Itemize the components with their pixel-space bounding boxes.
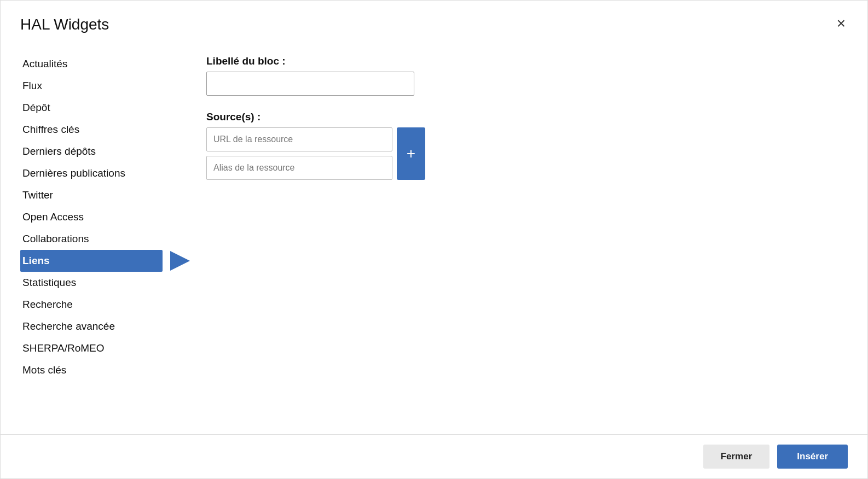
libelle-input[interactable] [206,72,414,96]
hal-widgets-dialog: HAL Widgets × ActualitésFluxDépôtChiffre… [0,0,868,479]
sidebar-item-recherche-avancee[interactable]: Recherche avancée [20,316,163,337]
close-icon[interactable]: × [835,16,848,31]
sidebar-item-dernieres-publications[interactable]: Dernières publications [20,162,163,184]
sidebar-item-flux[interactable]: Flux [20,75,163,97]
sidebar-item-sherpa-romeo[interactable]: SHERPA/RoMEO [20,337,163,359]
sidebar-item-depot[interactable]: Dépôt [20,97,163,119]
sidebar-item-mots-cles[interactable]: Mots clés [20,359,163,381]
sources-section: Source(s) : + [206,111,848,180]
sidebar: ActualitésFluxDépôtChiffres clésDerniers… [20,53,163,423]
fermer-button[interactable]: Fermer [703,445,770,469]
alias-input[interactable] [206,156,392,180]
dialog-header: HAL Widgets × [1,1,867,42]
url-input[interactable] [206,127,392,151]
add-source-button[interactable]: + [397,127,425,180]
sources-row: + [206,127,848,180]
sidebar-item-statistiques[interactable]: Statistiques [20,272,163,294]
sidebar-item-derniers-depots[interactable]: Derniers dépôts [20,141,163,162]
libelle-label: Libellé du bloc : [206,55,848,67]
inserer-button[interactable]: Insérer [777,445,848,469]
sidebar-item-actualites[interactable]: Actualités [20,53,163,75]
dialog-body: ActualitésFluxDépôtChiffres clésDerniers… [1,42,867,434]
sidebar-item-open-access[interactable]: Open Access [20,206,163,228]
sources-inputs [206,127,392,180]
sidebar-item-recherche[interactable]: Recherche [20,294,163,316]
form-area: Libellé du bloc : Source(s) : + [206,53,848,423]
sources-label: Source(s) : [206,111,848,123]
sidebar-item-liens[interactable]: Liens [20,250,163,272]
sidebar-item-twitter[interactable]: Twitter [20,184,163,206]
sidebar-item-collaborations[interactable]: Collaborations [20,228,163,250]
dialog-footer: Fermer Insérer [1,434,867,478]
sidebar-item-chiffres-cles[interactable]: Chiffres clés [20,119,163,141]
dialog-title: HAL Widgets [20,16,109,33]
